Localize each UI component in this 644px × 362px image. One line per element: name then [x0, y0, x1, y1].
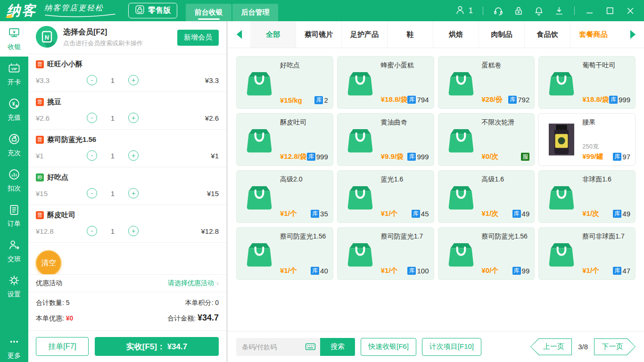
cart-item-total: ¥1 — [211, 152, 219, 160]
sidebar-item-扣次[interactable]: 扣次 — [0, 163, 28, 198]
nav-tab-front-cashier[interactable]: 前台收银 — [186, 4, 231, 21]
product-name: 蔡司防蓝光1.7 — [381, 232, 429, 241]
count-item-button[interactable]: 计次项目[F10] — [422, 338, 481, 356]
product-name: 非球面1.6 — [582, 175, 630, 184]
divider — [574, 7, 575, 15]
pay-button[interactable]: 实收[F5]： ¥34.7 — [95, 337, 219, 356]
product-card[interactable]: 蔡司防蓝光1.7 ¥1/个 库 100 — [337, 227, 434, 280]
select-member-subtitle: 点击进行会员搜索或刷卡操作 — [63, 39, 143, 48]
headset-icon[interactable] — [493, 6, 504, 16]
product-stock: 库 99 — [512, 267, 530, 275]
product-price: ¥0/次 — [482, 152, 499, 161]
close-button[interactable] — [625, 6, 636, 16]
item-type-badge: 普 — [36, 98, 44, 106]
category-next-arrow-icon[interactable] — [621, 21, 644, 48]
product-stock: 库 794 — [407, 96, 429, 104]
product-card[interactable]: 腰果 250克 ¥99/罐 库 97 — [538, 113, 636, 166]
decrease-qty-button[interactable]: - — [87, 226, 97, 236]
next-page-button[interactable]: 下一页 — [594, 338, 636, 355]
stock-badge: 库 — [407, 267, 416, 275]
sidebar: ¥ 收银 VIP 开卡 ¥ 充值 充次 扣次 订单 交班 设置 更多 — [0, 21, 28, 362]
shopping-bag-icon — [241, 61, 277, 104]
product-card[interactable]: 蔡司防蓝光1.56 ¥1/个 库 40 — [236, 227, 333, 280]
stock-badge: 库 — [314, 96, 323, 104]
category-tab-蔡司镜片[interactable]: 蔡司镜片 — [296, 21, 342, 48]
bell-icon[interactable] — [534, 6, 544, 16]
category-prev-arrow-icon[interactable] — [228, 21, 250, 48]
promo-row: 优惠活动 请选择优惠活动 › — [28, 274, 226, 292]
cart-item: 普 挑豆 ¥2.6 - 1 + ¥2.6 — [28, 92, 226, 130]
sidebar-item-更多[interactable]: 更多 — [0, 333, 28, 362]
app-logo: 纳客 — [7, 1, 37, 20]
increase-qty-button[interactable]: + — [128, 226, 139, 236]
online-count: 1 — [469, 7, 473, 15]
sidebar-item-交班[interactable]: 交班 — [0, 233, 28, 269]
category-tab-足护产品[interactable]: 足护产品 — [342, 21, 388, 48]
search-button[interactable]: 搜索 — [320, 338, 355, 356]
increase-qty-button[interactable]: + — [128, 75, 139, 85]
category-tab-套餐商品[interactable]: 套餐商品 — [570, 21, 616, 48]
sidebar-item-开卡[interactable]: VIP 开卡 — [0, 57, 28, 92]
clear-cart-button[interactable]: 清空 — [36, 250, 61, 274]
sidebar-item-充次[interactable]: 充次 — [0, 127, 28, 163]
hold-order-button[interactable]: 挂单[F7] — [36, 337, 89, 356]
select-member-bar[interactable]: N 选择会员[F2] 点击进行会员搜索或刷卡操作 新增会员 — [28, 21, 226, 54]
increase-qty-button[interactable]: + — [128, 188, 139, 198]
version-badge[interactable]: 零售版 — [128, 3, 177, 18]
product-name: 酥皮吐司 — [280, 118, 328, 127]
shopping-bag-icon — [241, 118, 277, 161]
product-card[interactable]: 蓝光1.6 ¥1/个 库 45 — [337, 170, 434, 223]
decrease-qty-button[interactable]: - — [87, 75, 97, 85]
product-card[interactable]: 葡萄干吐司 ¥18.8/袋 库 999 — [538, 56, 636, 109]
product-card[interactable]: 蔡司防蓝光1.56 ¥0/个 库 99 — [438, 227, 535, 280]
cart-item-price: ¥12.8 — [36, 227, 87, 235]
product-name: 蛋糕卷 — [482, 61, 530, 70]
category-tab-食品饮[interactable]: 食品饮 — [525, 21, 570, 48]
decrease-qty-button[interactable]: - — [87, 150, 97, 161]
decrease-qty-button[interactable]: - — [87, 113, 97, 123]
logged-in-user[interactable]: 1 — [455, 5, 473, 17]
sidebar-item-设置[interactable]: 设置 — [0, 269, 28, 304]
product-stock: 库 49 — [613, 210, 630, 218]
product-name: 腰果 — [582, 118, 630, 127]
barcode-input[interactable] — [241, 343, 305, 351]
keyboard-icon[interactable] — [305, 341, 316, 353]
product-card[interactable]: 蛋糕卷 ¥28/份 库 792 — [438, 56, 535, 109]
quick-cashier-button[interactable]: 快速收银[F6] — [361, 338, 416, 356]
product-card[interactable]: 高级2.0 ¥1/个 库 35 — [236, 170, 333, 223]
maximize-button[interactable] — [605, 6, 615, 16]
increase-qty-button[interactable]: + — [128, 113, 139, 123]
lock-icon[interactable] — [513, 6, 524, 16]
sidebar-item-订单[interactable]: 订单 — [0, 198, 28, 233]
product-price: ¥1/次 — [482, 209, 499, 218]
promo-select-link[interactable]: 请选择优惠活动 — [168, 279, 214, 288]
prev-page-button[interactable]: 上一页 — [530, 338, 572, 355]
nav-tab-backend-admin[interactable]: 后台管理 — [232, 4, 278, 21]
add-member-button[interactable]: 新增会员 — [177, 30, 219, 46]
category-tab-全部[interactable]: 全部 — [250, 21, 296, 48]
category-tab-烘焙[interactable]: 烘焙 — [433, 21, 479, 48]
product-card[interactable]: 酥皮吐司 ¥12.8/袋 库 999 — [236, 113, 333, 166]
product-card[interactable]: 非球面1.6 ¥1/次 库 49 — [538, 170, 636, 223]
cart-item-qty: 1 — [97, 152, 128, 160]
product-card[interactable]: 蔡司非球面1.7 ¥1/个 库 47 — [538, 227, 636, 280]
increase-qty-button[interactable]: + — [128, 150, 139, 161]
minimize-button[interactable] — [585, 6, 595, 16]
sidebar-item-充值[interactable]: ¥ 充值 — [0, 92, 28, 127]
shopping-bag-icon — [544, 175, 579, 218]
shopping-bag-icon — [443, 175, 479, 218]
product-card[interactable]: 高级1.6 ¥1/次 库 49 — [438, 170, 535, 223]
product-card[interactable]: 蜂蜜小蛋糕 ¥18.8/袋 库 794 — [337, 56, 434, 109]
product-card[interactable]: 不限次轮滑 ¥0/次 服 — [438, 113, 535, 166]
product-name: 好吃点 — [280, 61, 328, 70]
stock-count: 794 — [417, 96, 429, 104]
stock-count: 99 — [522, 267, 530, 275]
decrease-qty-button[interactable]: - — [87, 188, 97, 198]
product-card[interactable]: 黄油曲奇 ¥9.9/袋 库 999 — [337, 113, 434, 166]
download-icon[interactable] — [554, 6, 564, 16]
category-tab-肉制品[interactable]: 肉制品 — [479, 21, 525, 48]
category-tab-鞋[interactable]: 鞋 — [388, 21, 433, 48]
sidebar-item-收银[interactable]: ¥ 收银 — [0, 21, 28, 57]
product-card[interactable]: 好吃点 ¥15/kg 库 2 — [236, 56, 333, 109]
checkout-bar: 挂单[F7] 实收[F5]： ¥34.7 — [28, 330, 226, 362]
